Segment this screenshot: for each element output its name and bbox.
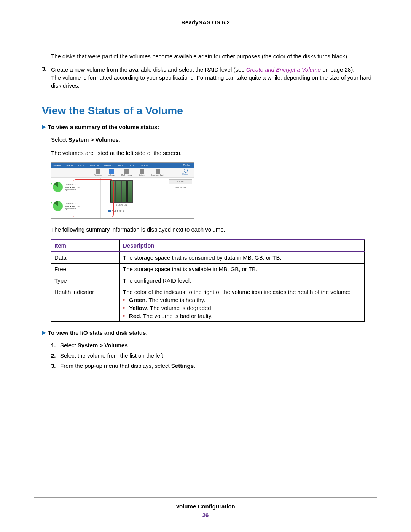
subnav-logs: Logs and Alerts (151, 169, 164, 176)
table-row-health: Health indicator The color of the indica… (51, 286, 365, 322)
pie-icon (53, 201, 63, 211)
health-dot-icon (51, 183, 52, 185)
proc1-note: The volumes are listed at the left side … (51, 149, 377, 157)
after-fig-text: The following summary information is dis… (51, 225, 377, 233)
cell-item-health: Health indicator (51, 286, 120, 322)
proc2-step3: 3. From the pop-up menu that displays, s… (51, 362, 377, 370)
fig-subnav: Overview Volumes Performance Settings Lo… (51, 168, 194, 178)
drive-box-icon (110, 180, 133, 203)
health-red-t: . The volume is bad or faulty. (140, 313, 212, 319)
nav-backup: Backup (140, 164, 147, 166)
s1a: Select (60, 342, 78, 348)
health-dot-icon (51, 202, 52, 204)
subnav-volumes: Volumes (108, 169, 115, 176)
page-footer: Volume Configuration 26 (0, 503, 411, 518)
footer-section: Volume Configuration (0, 503, 411, 510)
table-row: Free The storage space that is available… (51, 264, 365, 275)
s2: Select the volume from the list on the l… (60, 351, 165, 359)
procedure2-title: To view the I/O stats and disk status: (48, 329, 148, 336)
proc1-step-c: . (119, 136, 120, 143)
summary-table: Item Description Data The storage space … (51, 239, 365, 322)
proc1-step-a: Select (51, 136, 68, 143)
proc2-step1: 1. Select System > Volumes. (51, 341, 377, 349)
proc1-step: Select System > Volumes. (51, 136, 377, 144)
fig-right-panel: X-RAID New Volume (167, 178, 194, 219)
health-yellow-b: Yellow (129, 305, 147, 311)
cell-item: Data (51, 252, 120, 264)
drive-model: ST3500_1x6 (110, 204, 133, 206)
vol1-type: Type: RAID 5 (65, 189, 80, 191)
s3c: . (194, 363, 195, 369)
cell-item: Free (51, 264, 120, 275)
nav-cloud: Cloud (129, 164, 135, 166)
cell-desc: The configured RAID level. (120, 275, 365, 286)
health-intro: The color of the indicator to the right … (123, 289, 361, 295)
proc2-step2: 2. Select the volume from the list on th… (51, 351, 377, 359)
s3a: From the pop-up menu that displays, sele… (60, 363, 171, 369)
subnav-settings: Settings (139, 169, 145, 176)
th-item: Item (51, 240, 120, 252)
nav-accounts: Accounts (89, 164, 99, 166)
fig-drive-bay: ST3500_1x6 RAID-5 MD_D (101, 178, 167, 219)
cell-desc-health: The color of the indicator to the right … (120, 286, 365, 322)
create-encrypt-link[interactable]: Create and Encrypt a Volume (246, 66, 321, 73)
step3-text-a: Create a new volume from the available d… (51, 66, 246, 73)
footer-rule (34, 497, 377, 498)
step-number-3: 3. (42, 66, 51, 89)
s3b: Settings (171, 363, 194, 369)
bullet-icon: • (123, 297, 129, 303)
volume-entry-2: vol Data: ■ 1.13 G Free: ■ 442.1 GB Type… (53, 198, 99, 214)
nav-iscsi: iSCSI (78, 164, 84, 166)
health-red-b: Red (129, 313, 140, 319)
footer-page-number: 26 (0, 512, 411, 518)
health-green-t: . The volume is healthy. (145, 297, 205, 303)
pie-icon (53, 182, 63, 192)
step3-text-b: on page 28). (321, 66, 354, 73)
step3-text-c: The volume is formatted according to you… (51, 73, 377, 89)
new-volume-label: New Volume (169, 186, 192, 189)
bullet-icon: • (123, 313, 129, 319)
table-row: Type The configured RAID level. (51, 275, 365, 286)
nav-shares: Shares (66, 164, 73, 166)
th-description: Description (120, 240, 365, 252)
s1b: System > Volumes (78, 342, 128, 348)
bullet-icon: • (123, 305, 129, 311)
s1c: . (128, 342, 129, 348)
table-row: Data The storage space that is consumed … (51, 252, 365, 264)
nav-system: System (53, 164, 61, 166)
subnav-overview: Overview (94, 169, 102, 176)
step-3-content: Create a new volume from the available d… (51, 66, 377, 89)
cell-item: Type (51, 275, 120, 286)
triangle-icon (42, 125, 46, 129)
nav-apps: Apps (118, 164, 123, 166)
refresh-icon: Refresh (180, 169, 191, 175)
nav-profile: Profile ▾ (183, 163, 191, 166)
health-green-b: Green (129, 297, 145, 303)
volume-entry-1: data Data: ■ 1.13 G Free: ■ 442.1 GB Typ… (53, 179, 99, 195)
health-yellow-t: . The volume is degraded. (147, 305, 213, 311)
proc1-step-bold: System > Volumes (68, 136, 119, 143)
vol1-data: Data: ■ 1.13 G (65, 184, 80, 186)
procedure1-title: To view a summary of the volume status: (48, 124, 159, 130)
page-header: ReadyNAS OS 6.2 (34, 19, 377, 26)
xraid-button: X-RAID (169, 179, 192, 184)
vol2-data: Data: ■ 1.13 G (65, 203, 80, 205)
cell-desc: The storage space that is available in M… (120, 264, 365, 275)
intro-paragraph: The disks that were part of the volumes … (51, 52, 377, 60)
fig-topnav: System Shares iSCSI Accounts Network App… (51, 163, 194, 168)
section-heading: View the Status of a Volume (42, 105, 377, 117)
vol2-type: Type: RAID 5 (65, 208, 80, 210)
triangle-icon (42, 331, 46, 335)
cell-desc: The storage space that is consumed by da… (120, 252, 365, 264)
raid-badge: RAID-5 MD_D (108, 210, 165, 212)
subnav-performance: Performance (121, 169, 132, 176)
volumes-screenshot: System Shares iSCSI Accounts Network App… (51, 162, 194, 219)
nav-network: Network (104, 164, 113, 166)
fig-volume-list: data Data: ■ 1.13 G Free: ■ 442.1 GB Typ… (51, 178, 101, 219)
